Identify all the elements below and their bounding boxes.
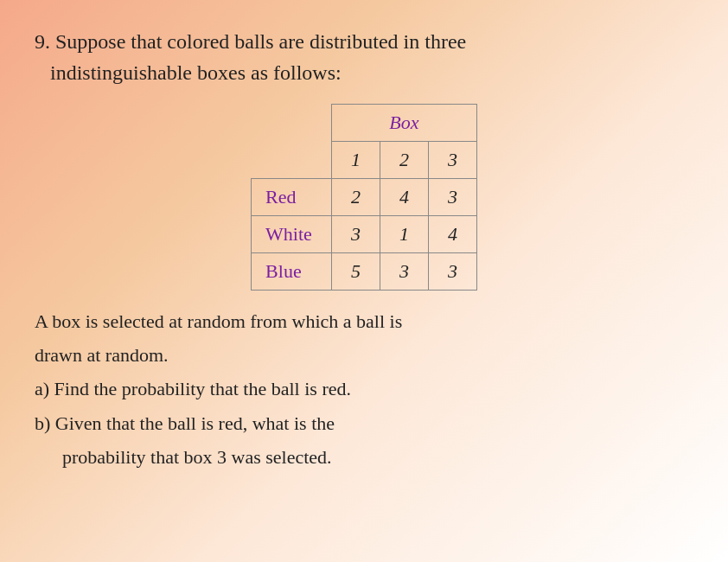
blue-box1: 5 xyxy=(331,253,380,291)
col-header-2: 2 xyxy=(380,142,428,179)
question-line2: indistinguishable boxes as follows: xyxy=(50,61,342,84)
box-header: Box xyxy=(331,105,476,142)
body-line-5: probability that box 3 was selected. xyxy=(35,442,693,472)
body-line-1: A box is selected at random from which a… xyxy=(35,306,693,336)
blue-box2: 3 xyxy=(380,253,428,291)
color-blue: Blue xyxy=(252,253,332,291)
red-box2: 4 xyxy=(380,179,428,216)
page: 9. Suppose that colored balls are distri… xyxy=(0,0,728,501)
table-row: White 3 1 4 xyxy=(252,216,477,253)
blue-box3: 3 xyxy=(428,253,476,291)
body-text: A box is selected at random from which a… xyxy=(35,306,693,472)
body-line-2: drawn at random. xyxy=(35,340,693,370)
white-box1: 3 xyxy=(331,216,380,253)
color-white: White xyxy=(252,216,332,253)
question-number: 9. xyxy=(35,30,50,53)
question-text: 9. Suppose that colored balls are distri… xyxy=(35,26,693,88)
question-line1: Suppose that colored balls are distribut… xyxy=(55,30,466,53)
white-box2: 1 xyxy=(380,216,428,253)
red-box1: 2 xyxy=(331,179,380,216)
color-red: Red xyxy=(252,179,332,216)
col-header-1: 1 xyxy=(331,142,380,179)
table-row: Red 2 4 3 xyxy=(252,179,477,216)
body-line-4: b) Given that the ball is red, what is t… xyxy=(35,408,693,438)
distribution-table: Box 1 2 3 Red 2 4 3 White 3 xyxy=(251,104,477,291)
col-header-3: 3 xyxy=(428,142,476,179)
table-wrapper: Box 1 2 3 Red 2 4 3 White 3 xyxy=(35,104,693,291)
body-line-3: a) Find the probability that the ball is… xyxy=(35,374,693,404)
white-box3: 4 xyxy=(428,216,476,253)
table-row: Blue 5 3 3 xyxy=(252,253,477,291)
red-box3: 3 xyxy=(428,179,476,216)
